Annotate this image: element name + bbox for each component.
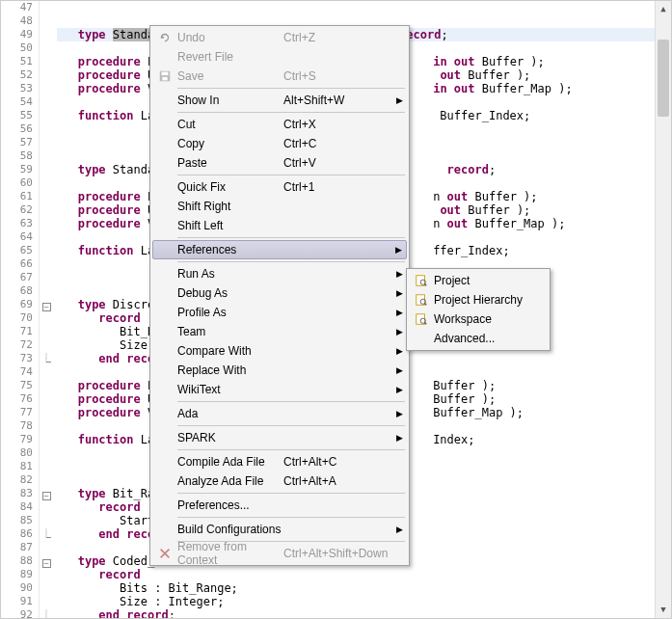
submenu-item-label: Project Hierarchy	[434, 293, 530, 307]
scroll-up-arrow[interactable]: ▲	[656, 1, 671, 17]
scroll-down-arrow[interactable]: ▼	[656, 602, 671, 618]
menu-item-label: Remove from Context	[177, 540, 283, 567]
menu-item-revert-file: Revert File	[152, 47, 407, 67]
blank-icon	[156, 430, 174, 445]
fold-end-icon: ⎿	[41, 353, 51, 363]
undo-icon	[156, 30, 174, 45]
line-number: 54	[1, 95, 33, 109]
menu-item-references[interactable]: References▶	[152, 240, 407, 259]
submenu-arrow-icon: ▶	[396, 385, 403, 394]
blank-icon	[156, 454, 174, 470]
line-number: 88	[1, 554, 33, 568]
blank-icon	[156, 498, 174, 513]
code-line[interactable]: record	[57, 568, 671, 581]
menu-item-label: Show In	[177, 94, 283, 107]
code-line[interactable]: Size : Integer;	[57, 595, 671, 608]
line-number: 67	[1, 271, 33, 284]
line-number: 56	[1, 122, 33, 136]
menu-item-shift-left[interactable]: Shift Left	[152, 216, 407, 235]
code-line[interactable]: end record;	[57, 608, 671, 618]
submenu-item-project[interactable]: Project	[409, 271, 548, 290]
fold-end-icon: ⎿	[41, 528, 51, 539]
submenu-item-label: Workspace	[434, 312, 530, 326]
remove-icon	[156, 546, 174, 561]
menu-item-run-as[interactable]: Run As▶	[152, 264, 407, 283]
menu-item-preferences-[interactable]: Preferences...	[152, 496, 407, 515]
submenu-arrow-icon: ▶	[396, 95, 403, 105]
fold-gutter[interactable]: −⎿−⎿−⎿	[40, 1, 53, 618]
blank-icon	[156, 93, 174, 108]
svg-rect-2	[162, 77, 167, 81]
submenu-arrow-icon: ▶	[396, 409, 403, 418]
line-number: 74	[1, 365, 33, 379]
line-number: 49	[1, 28, 33, 41]
menu-separator	[177, 493, 405, 494]
line-number: 50	[1, 41, 33, 55]
menu-item-shift-right[interactable]: Shift Right	[152, 197, 407, 216]
svg-rect-11	[417, 314, 425, 325]
submenu-arrow-icon: ▶	[396, 433, 403, 443]
blank-icon	[156, 199, 174, 214]
menu-item-label: Ada	[177, 407, 283, 420]
menu-item-analyze-ada-file[interactable]: Analyze Ada FileCtrl+Alt+A	[152, 471, 407, 491]
menu-item-quick-fix[interactable]: Quick FixCtrl+1	[152, 177, 407, 197]
line-number: 51	[1, 55, 33, 68]
context-menu[interactable]: UndoCtrl+ZRevert FileSaveCtrl+SShow InAl…	[149, 25, 410, 566]
line-number: 68	[1, 284, 33, 298]
menu-item-spark[interactable]: SPARK▶	[152, 428, 407, 447]
menu-separator	[177, 237, 405, 238]
menu-item-label: Preferences...	[177, 498, 283, 512]
menu-item-cut[interactable]: CutCtrl+X	[152, 115, 407, 134]
menu-item-show-in[interactable]: Show InAlt+Shift+W▶	[152, 91, 407, 110]
line-number: 48	[1, 14, 33, 28]
submenu-item-label: Project	[434, 274, 530, 287]
search-icon	[413, 311, 430, 327]
line-number: 86	[1, 527, 33, 541]
search-icon	[413, 292, 430, 308]
scrollbar-thumb[interactable]	[658, 40, 669, 117]
blank-icon	[156, 343, 174, 359]
line-number-gutter: 4748495051525354555657585960616263646566…	[1, 1, 40, 618]
search-icon	[413, 273, 430, 288]
blank-icon	[156, 382, 174, 397]
blank-icon	[156, 285, 174, 301]
menu-item-label: Paste	[177, 156, 283, 170]
menu-item-ada[interactable]: Ada▶	[152, 404, 407, 423]
references-submenu[interactable]: ProjectProject HierarchyWorkspaceAdvance…	[406, 268, 551, 351]
submenu-item-workspace[interactable]: Workspace	[409, 310, 548, 329]
submenu-item-advanced-[interactable]: Advanced...	[409, 329, 548, 348]
fold-expand-icon[interactable]: −	[42, 559, 51, 568]
line-number: 52	[1, 68, 33, 82]
vertical-scrollbar[interactable]: ▲ ▼	[655, 1, 671, 618]
submenu-arrow-icon: ▶	[396, 327, 403, 336]
menu-item-accelerator: Ctrl+C	[283, 137, 390, 150]
blank-icon	[156, 179, 174, 195]
menu-item-wikitext[interactable]: WikiText▶	[152, 380, 407, 399]
menu-item-compare-with[interactable]: Compare With▶	[152, 341, 407, 361]
code-line[interactable]: Bits : Bit_Range;	[57, 581, 671, 595]
menu-separator	[177, 261, 405, 262]
blank-icon	[156, 305, 174, 320]
fold-expand-icon[interactable]: −	[42, 492, 51, 500]
menu-item-paste[interactable]: PasteCtrl+V	[152, 153, 407, 173]
menu-item-debug-as[interactable]: Debug As▶	[152, 283, 407, 303]
menu-item-copy[interactable]: CopyCtrl+C	[152, 134, 407, 153]
code-line[interactable]	[57, 1, 671, 14]
blank-icon	[156, 266, 174, 282]
menu-item-replace-with[interactable]: Replace With▶	[152, 361, 407, 380]
blank-icon	[156, 155, 174, 171]
submenu-item-project-hierarchy[interactable]: Project Hierarchy	[409, 290, 548, 310]
menu-item-profile-as[interactable]: Profile As▶	[152, 303, 407, 322]
fold-expand-icon[interactable]: −	[42, 303, 51, 311]
line-number: 73	[1, 352, 33, 365]
menu-item-compile-ada-file[interactable]: Compile Ada FileCtrl+Alt+C	[152, 452, 407, 471]
line-number: 55	[1, 109, 33, 122]
menu-item-build-configurations[interactable]: Build Configurations▶	[152, 520, 407, 539]
save-icon	[156, 68, 174, 84]
line-number: 62	[1, 203, 33, 217]
menu-item-team[interactable]: Team▶	[152, 322, 407, 341]
line-number: 53	[1, 82, 33, 95]
line-number: 80	[1, 446, 33, 460]
line-number: 59	[1, 163, 33, 176]
svg-rect-8	[417, 295, 425, 306]
